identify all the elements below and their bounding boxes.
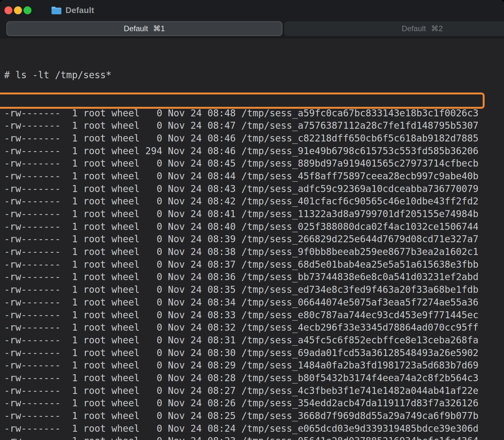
file-row: -rw------- 1 root wheel 0 Nov 24 08:40 /… <box>4 221 504 233</box>
file-row: -rw------- 1 root wheel 0 Nov 24 08:26 /… <box>4 397 504 410</box>
command-line: # ls -lt /tmp/sess* <box>4 69 504 82</box>
file-row: -rw------- 1 root wheel 0 Nov 24 08:32 /… <box>4 321 504 334</box>
file-row: -rw------- 1 root wheel 0 Nov 24 08:25 /… <box>4 410 504 423</box>
tab-label: Default <box>124 24 148 33</box>
file-row: -rw------- 1 root wheel 0 Nov 24 08:42 /… <box>4 195 504 208</box>
file-row: -rw------- 1 root wheel 0 Nov 24 08:44 /… <box>4 170 504 183</box>
file-row: -rw------- 1 root wheel 0 Nov 24 08:39 /… <box>4 233 504 246</box>
close-button[interactable] <box>4 6 12 14</box>
titlebar[interactable]: Default <box>0 0 504 20</box>
file-row: -rw------- 1 root wheel 0 Nov 24 08:33 /… <box>4 309 504 322</box>
file-row: -rw------- 1 root wheel 0 Nov 24 08:45 /… <box>4 157 504 170</box>
file-row: -rw------- 1 root wheel 0 Nov 24 08:37 /… <box>4 258 504 271</box>
file-row: -rw------- 1 root wheel 0 Nov 24 08:34 /… <box>4 296 504 309</box>
file-row: -rw------- 1 root wheel 0 Nov 24 08:31 /… <box>4 334 504 347</box>
file-row: -rw------- 1 root wheel 0 Nov 24 08:28 /… <box>4 372 504 385</box>
file-row: -rw------- 1 root wheel 294 Nov 24 08:46… <box>4 145 504 158</box>
folder-icon <box>51 6 62 15</box>
file-row: -rw------- 1 root wheel 0 Nov 24 08:48 /… <box>4 107 504 120</box>
file-row: -rw------- 1 root wheel 0 Nov 24 08:46 /… <box>4 132 504 145</box>
tab-default-1[interactable]: Default ⌘1 <box>6 21 282 36</box>
terminal-window: Default Default ⌘1 Default ⌘2 # ls -lt /… <box>0 0 504 440</box>
highlight-box <box>0 93 485 109</box>
file-row: -rw------- 1 root wheel 0 Nov 24 08:36 /… <box>4 271 504 284</box>
minimize-button[interactable] <box>14 6 22 14</box>
file-row: -rw------- 1 root wheel 0 Nov 24 08:35 /… <box>4 284 504 296</box>
file-row: -rw------- 1 root wheel 0 Nov 24 08:38 /… <box>4 246 504 258</box>
file-row: -rw------- 1 root wheel 0 Nov 24 08:29 /… <box>4 359 504 372</box>
file-row: -rw------- 1 root wheel 0 Nov 24 08:47 /… <box>4 120 504 132</box>
tab-default-2[interactable]: Default ⌘2 <box>284 21 504 36</box>
zoom-button[interactable] <box>24 6 31 14</box>
traffic-lights <box>4 6 31 14</box>
file-row: -rw------- 1 root wheel 0 Nov 24 08:41 /… <box>4 208 504 221</box>
tab-label: Default <box>402 24 426 33</box>
file-row: -rw------- 1 root wheel 0 Nov 24 08:43 /… <box>4 183 504 196</box>
file-row: -rw------- 1 root wheel 0 Nov 24 08:23 /… <box>4 435 504 440</box>
window-title: Default <box>66 5 94 15</box>
file-row: -rw------- 1 root wheel 0 Nov 24 08:24 /… <box>4 423 504 435</box>
titlebar-center: Default <box>51 5 94 15</box>
file-row: -rw------- 1 root wheel 0 Nov 24 08:30 /… <box>4 347 504 360</box>
tab-shortcut: ⌘1 <box>153 24 165 33</box>
file-listing: -rw------- 1 root wheel 0 Nov 24 08:48 /… <box>4 107 504 440</box>
file-row: -rw------- 1 root wheel 0 Nov 24 08:27 /… <box>4 385 504 397</box>
tab-shortcut: ⌘2 <box>431 24 443 33</box>
tab-bar: Default ⌘1 Default ⌘2 <box>0 20 504 38</box>
terminal-screen[interactable]: # ls -lt /tmp/sess* -rw------- 1 root wh… <box>0 38 504 440</box>
